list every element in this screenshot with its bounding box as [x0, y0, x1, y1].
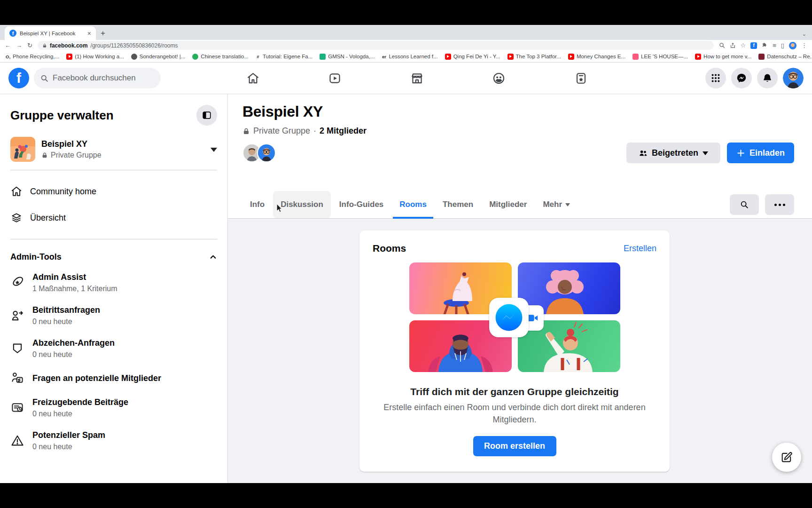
bookmark-item[interactable]: The Top 3 Platfor... [508, 54, 561, 60]
group-search-button[interactable] [730, 194, 759, 215]
profile-avatar[interactable] [783, 68, 804, 88]
group-selector[interactable]: Beispiel XY Private Gruppe [10, 137, 217, 162]
bookmark-item[interactable]: How to get more v... [695, 54, 751, 60]
reading-list-icon[interactable]: ≡ [773, 42, 776, 48]
zoom-indicator-icon[interactable] [719, 42, 725, 48]
bookmark-label: Qing Fei De Yi - Y... [453, 54, 500, 59]
sidebar-item-pending-posts[interactable]: Freizugebende Beiträge 0 neu heute [10, 391, 217, 424]
admin-tools-header[interactable]: Admin-Tools [10, 247, 217, 266]
admin-item-sub: 0 neu heute [32, 410, 128, 418]
admin-item-sub: 0 neu heute [32, 350, 115, 359]
side-panel-toggle-icon [202, 110, 212, 120]
member-count-link[interactable]: 2 Mitglieder [320, 126, 367, 136]
side-panel-icon[interactable]: ▯ [781, 42, 784, 48]
nav-marketplace[interactable] [389, 65, 445, 91]
create-room-link[interactable]: Erstellen [624, 244, 656, 254]
bookmark-star-icon[interactable]: ☆ [741, 42, 746, 48]
sidebar-item-admin-assist[interactable]: Admin Assist 1 Maßnahme, 1 Kriterium [10, 266, 217, 299]
bookmark-item[interactable]: Money Changes E... [568, 54, 625, 60]
address-bar[interactable]: facebook.com/groups/1126350550836026/roo… [38, 41, 714, 50]
browser-tab[interactable]: f Beispiel XY | Facebook × [5, 26, 96, 40]
more-options-icon [774, 204, 785, 206]
forward-button[interactable]: → [16, 42, 22, 48]
url-path: /groups/1126350550836026/rooms [91, 42, 178, 49]
bookmark-item[interactable]: GMSN - Vologda,... [320, 54, 375, 60]
create-room-button[interactable]: Room erstellen [473, 436, 556, 456]
nav-home[interactable] [225, 65, 281, 91]
facebook-header: f [0, 63, 812, 94]
member-questions-icon [10, 371, 24, 385]
mouse-cursor [276, 203, 283, 214]
messenger-button[interactable] [731, 68, 752, 88]
group-switch-caret-icon[interactable] [211, 148, 217, 155]
bookmarks-bar: O,Phone Recycling,... (1) How Working a.… [0, 51, 812, 63]
watch-icon [328, 71, 342, 85]
group-more-button[interactable] [765, 194, 794, 215]
menu-button[interactable] [705, 68, 726, 88]
facebook-extension-icon[interactable]: f [750, 42, 757, 49]
nav-groups[interactable] [471, 65, 527, 91]
extensions-puzzle-icon[interactable] [762, 42, 768, 48]
group-main: Beispiel XY Private Gruppe · 2 Mitgliede… [228, 94, 812, 483]
search-input[interactable] [53, 73, 147, 83]
share-icon[interactable] [730, 42, 736, 48]
group-tabs: Info Diskussion Info-Guides Rooms Themen… [242, 191, 794, 218]
home-icon [246, 71, 260, 85]
bookmark-item[interactable]: Qing Fei De Yi - Y... [445, 54, 500, 60]
admin-item-sub: 1 Maßnahme, 1 Kriterium [32, 285, 117, 293]
bookmark-item[interactable]: LEE 'S HOUSE—... [632, 54, 688, 60]
facebook-search[interactable] [34, 68, 161, 88]
browser-profile-avatar[interactable] [789, 42, 796, 49]
tab-close-icon[interactable]: × [87, 30, 91, 37]
tab-mehr[interactable]: Mehr [535, 191, 578, 218]
sidebar-item-overview[interactable]: Übersicht [10, 205, 217, 231]
meta-separator: · [313, 126, 316, 136]
notifications-button[interactable] [757, 68, 778, 88]
groups-icon [492, 71, 506, 85]
page-title: Beispiel XY [242, 103, 794, 120]
bookmark-item[interactable]: Sonderangebot! |... [131, 54, 186, 60]
sidebar-title: Gruppe verwalten [10, 108, 114, 123]
bookmark-item[interactable]: (1) How Working a... [66, 54, 124, 60]
member-avatar[interactable] [257, 143, 276, 162]
new-tab-button[interactable]: + [101, 29, 105, 37]
pink-house-favicon [632, 54, 639, 60]
tab-label: Diskussion [281, 200, 323, 209]
sidebar-item-member-questions[interactable]: Fragen an potenzielle Mitglieder [10, 365, 217, 391]
back-button[interactable]: ← [5, 42, 11, 48]
member-avatars[interactable] [242, 143, 276, 162]
rooms-card: Rooms Erstellen [359, 230, 670, 472]
bookmark-item[interactable]: erLessons Learned f... [382, 54, 437, 60]
divider [10, 170, 217, 170]
tab-info[interactable]: Info [242, 191, 272, 218]
joined-button[interactable]: Beigetreten [626, 143, 720, 163]
reload-button[interactable]: ↻ [27, 42, 32, 48]
nav-pages[interactable] [553, 65, 609, 91]
bookmark-item[interactable]: #Tutorial: Eigene Fa... [256, 54, 312, 60]
facebook-logo-icon[interactable]: f [8, 68, 29, 88]
tab-search-chevron-icon[interactable]: ⌄ [802, 31, 806, 37]
tab-rooms[interactable]: Rooms [392, 191, 434, 218]
plus-icon [736, 149, 745, 158]
sidebar-item-badge-requests[interactable]: Abzeichen-Anfragen 0 neu heute [10, 332, 217, 365]
collapse-sidebar-button[interactable] [196, 105, 217, 126]
sidebar-item-community-home[interactable]: Community home [10, 178, 217, 205]
messenger-icon [736, 73, 747, 83]
invite-button-label: Einladen [750, 148, 785, 158]
nav-watch[interactable] [307, 65, 363, 91]
admin-item-label: Beitrittsanfragen [32, 305, 100, 315]
tab-mitglieder[interactable]: Mitglieder [482, 191, 534, 218]
invite-button[interactable]: Einladen [727, 143, 794, 163]
sidebar-item-potential-spam[interactable]: Potenzieller Spam 0 neu heute [10, 424, 217, 457]
youtube-icon [695, 54, 701, 60]
bookmark-item[interactable]: Datenschutz – Re... [758, 54, 812, 60]
green-circle-favicon [192, 54, 198, 60]
bookmark-item[interactable]: Chinese translatio... [192, 54, 249, 60]
pending-posts-icon [10, 401, 24, 415]
bookmark-item[interactable]: O,Phone Recycling,... [6, 54, 59, 60]
tab-themen[interactable]: Themen [435, 191, 481, 218]
browser-menu-kebab-icon[interactable]: ⋮ [801, 42, 807, 48]
tab-info-guides[interactable]: Info-Guides [332, 191, 391, 218]
compose-button[interactable] [772, 443, 801, 472]
sidebar-item-join-requests[interactable]: Beitrittsanfragen 0 neu heute [10, 299, 217, 332]
